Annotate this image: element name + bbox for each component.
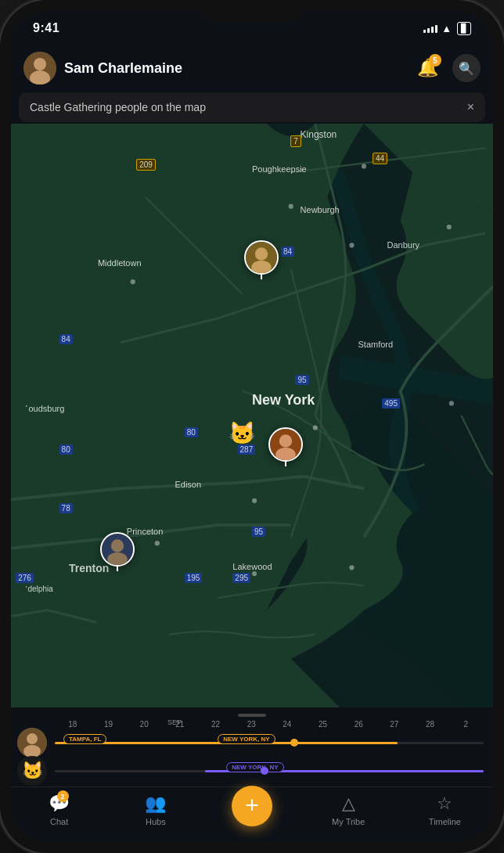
bottom-nav: 💬 2 Chat 👥 Hubs + △ My Tribe — [11, 786, 493, 842]
timeline-track-1: TAMPA, FL NEW YORK, NY — [11, 730, 493, 755]
svg-point-16 — [255, 247, 268, 260]
timeline-track-2: 🐱 NEW YORK, NY — [11, 758, 493, 783]
map-pin-avatar-2 — [268, 427, 303, 462]
nav-item-hubs[interactable]: 👥 Hubs — [107, 794, 203, 826]
date-27: 27 — [376, 720, 412, 729]
plus-button[interactable]: + — [232, 786, 272, 826]
map-container[interactable]: Kingston Poughkeepsie Newburgh Middletow… — [11, 124, 493, 707]
map-pin-tail-1 — [261, 275, 262, 279]
phone-notch — [201, 0, 303, 22]
nav-item-plus[interactable]: + — [203, 794, 300, 826]
timeline-pill-ny-1: NEW YORK, NY — [218, 734, 275, 744]
signal-bar-2 — [427, 28, 430, 33]
map-pin-tail-3 — [117, 567, 118, 571]
svg-point-25 — [27, 733, 38, 744]
nav-item-timeline[interactable]: ☆ Timeline — [397, 794, 493, 826]
tribe-icon: △ — [342, 794, 355, 814]
timeline-icon: ☆ — [437, 794, 452, 814]
chat-badge: 2 — [57, 790, 69, 802]
phone-frame: 9:41 ▲ ▊ — [0, 0, 504, 853]
timeline-label: Timeline — [429, 817, 461, 826]
svg-point-9 — [313, 425, 318, 430]
wifi-icon: ▲ — [441, 23, 452, 34]
date-26: 26 — [340, 720, 376, 729]
hubs-icon: 👥 — [145, 794, 166, 814]
svg-point-14 — [449, 401, 454, 405]
battery-icon: ▊ — [457, 22, 471, 35]
svg-point-7 — [131, 279, 135, 284]
plus-icon: + — [245, 794, 259, 817]
map-pin-2[interactable] — [268, 427, 303, 466]
date-20: 20 — [126, 720, 162, 729]
search-icon: 🔍 — [459, 61, 474, 76]
user-name: Sam Charlemaine — [64, 60, 182, 77]
date-2: 2 — [448, 720, 484, 729]
hubs-label: Hubs — [146, 817, 166, 826]
chat-icon-container: 💬 2 — [49, 794, 70, 814]
timeline-avatar-1 — [17, 728, 47, 758]
date-23: 23 — [233, 720, 269, 729]
svg-point-1 — [34, 58, 46, 70]
date-28: 28 — [412, 720, 448, 729]
app-header: Sam Charlemaine 🔔 5 🔍 — [11, 45, 493, 92]
svg-point-6 — [349, 243, 354, 247]
svg-point-13 — [349, 565, 354, 570]
map-pin-tail-2 — [285, 462, 286, 466]
svg-point-5 — [289, 204, 293, 209]
sheet-handle — [11, 707, 493, 720]
header-right: 🔔 5 🔍 — [413, 54, 481, 82]
svg-point-22 — [110, 539, 123, 552]
svg-point-12 — [252, 571, 257, 576]
user-avatar[interactable] — [23, 52, 56, 85]
status-time: 9:41 — [33, 21, 59, 35]
svg-point-11 — [155, 541, 160, 545]
svg-point-8 — [447, 225, 452, 229]
phone-screen: 9:41 ▲ ▊ — [11, 11, 493, 842]
svg-point-4 — [362, 164, 366, 168]
map-pin-avatar-1 — [244, 240, 279, 275]
bottom-sheet: SEP 18 19 20 21 22 23 24 25 26 27 28 2 — [11, 707, 493, 786]
signal-bars-icon — [423, 23, 437, 33]
date-19: 19 — [91, 720, 127, 729]
date-18: 18 — [55, 720, 91, 729]
map-pin-3[interactable] — [100, 532, 135, 571]
signal-bar-4 — [435, 25, 437, 33]
nav-item-chat[interactable]: 💬 2 Chat — [11, 794, 107, 826]
timeline-avatar-2: 🐱 — [17, 756, 47, 786]
banner-close-button[interactable]: × — [467, 100, 474, 114]
date-24: 24 — [269, 720, 305, 729]
timeline-dates-row: SEP 18 19 20 21 22 23 24 25 26 27 28 2 — [11, 720, 493, 729]
timeline-dot-purple — [261, 767, 268, 775]
search-button[interactable]: 🔍 — [452, 54, 481, 82]
map-pin-avatar-3 — [100, 532, 135, 567]
cat-icon: 🐱 — [225, 416, 260, 450]
chat-label: Chat — [50, 817, 68, 826]
sep-label: SEP — [167, 718, 182, 726]
timeline-dot-gold — [290, 739, 298, 747]
map-pin-1[interactable] — [244, 240, 279, 279]
svg-point-10 — [252, 498, 257, 503]
handle-bar — [238, 714, 266, 717]
notification-badge: 5 — [429, 54, 441, 67]
timeline-pill-tampa: TAMPA, FL — [63, 734, 106, 744]
timeline-pill-ny-2: NEW YORK, NY — [226, 762, 283, 772]
status-icons: ▲ ▊ — [423, 22, 471, 35]
banner-text: Castle Gathering people on the map — [30, 101, 206, 113]
map-pin-cat[interactable]: 🐱 — [225, 416, 260, 450]
date-22: 22 — [198, 720, 234, 729]
signal-bar-1 — [423, 30, 426, 33]
signal-bar-3 — [431, 27, 434, 33]
svg-point-19 — [279, 434, 292, 447]
header-left: Sam Charlemaine — [23, 52, 182, 85]
notifications-button[interactable]: 🔔 5 — [413, 54, 441, 82]
date-25: 25 — [305, 720, 341, 729]
tribe-label: My Tribe — [332, 817, 365, 826]
nav-item-mytribe[interactable]: △ My Tribe — [301, 794, 397, 826]
banner: Castle Gathering people on the map × — [19, 92, 485, 122]
